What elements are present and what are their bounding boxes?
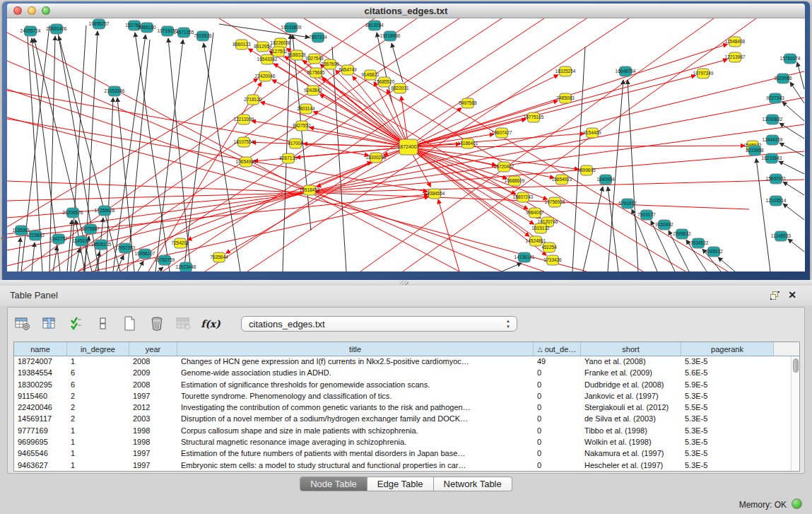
- network-node[interactable]: 917004: [288, 139, 303, 148]
- table-cell[interactable]: Stergiakouli et al. (2012): [581, 402, 681, 414]
- table-cell[interactable]: Estimation of significance thresholds fo…: [177, 380, 534, 391]
- table-row[interactable]: 2242004622012Investigating the contribut…: [14, 402, 791, 414]
- memory-status-indicator[interactable]: [792, 498, 802, 509]
- table-cell[interactable]: 5.3E-5: [681, 437, 774, 448]
- table-cell[interactable]: Dudbridge et al. (2008): [581, 380, 681, 391]
- column-header-pagerank[interactable]: pagerank: [681, 342, 774, 356]
- network-node[interactable]: 1615132: [531, 223, 550, 233]
- column-header-out_de[interactable]: △out_de…: [534, 342, 581, 356]
- table-row[interactable]: 969969511998Structural magnetic resonanc…: [14, 437, 791, 448]
- table-cell[interactable]: 2009: [129, 368, 177, 379]
- table-cell[interactable]: 0: [534, 391, 581, 402]
- column-header-in_degree[interactable]: in_degree: [67, 342, 129, 356]
- table-cell[interactable]: 49: [534, 356, 581, 368]
- table-cell[interactable]: 0: [534, 426, 581, 437]
- table-cell[interactable]: 5.3E-5: [681, 460, 774, 471]
- network-node[interactable]: 16958107: [135, 249, 155, 259]
- network-node[interactable]: 6791917: [618, 199, 637, 209]
- table-cell[interactable]: Embryonic stem cells: a model to study s…: [177, 460, 534, 471]
- tab-node-table[interactable]: Node Table: [300, 477, 367, 491]
- network-node[interactable]: 8186328: [288, 50, 306, 60]
- column-header-title[interactable]: title: [177, 342, 534, 356]
- table-cell[interactable]: 2: [67, 414, 129, 425]
- table-cell[interactable]: 1997: [129, 391, 177, 402]
- table-cell[interactable]: 9465546: [14, 448, 67, 460]
- table-cell[interactable]: Wolkin et al. (1998): [581, 437, 681, 448]
- network-node[interactable]: 16033809: [281, 23, 302, 33]
- table-cell[interactable]: 2008: [129, 380, 177, 391]
- network-node[interactable]: 8660123: [233, 40, 251, 49]
- column-header-name[interactable]: name: [14, 342, 67, 356]
- network-node[interactable]: 1215683: [26, 230, 45, 240]
- function-builder-button[interactable]: f(x): [201, 315, 220, 333]
- network-node[interactable]: 9146821: [361, 70, 379, 80]
- network-node[interactable]: 8215958: [746, 146, 764, 156]
- table-cell[interactable]: 9463627: [14, 460, 67, 471]
- table-cell[interactable]: 0: [534, 414, 581, 425]
- table-cell[interactable]: 9699695: [14, 437, 67, 448]
- close-panel-icon[interactable]: ✕: [788, 289, 796, 300]
- table-cell[interactable]: 2012: [129, 402, 177, 414]
- table-cell[interactable]: Tourette syndrome. Phenomenology and cla…: [177, 391, 534, 402]
- table-cell[interactable]: 9777169: [14, 426, 67, 437]
- network-node[interactable]: 7515526: [194, 31, 212, 41]
- table-cell[interactable]: Hescheler et al. (1997): [581, 460, 681, 471]
- network-node[interactable]: 12213987: [725, 52, 746, 62]
- column-header-short[interactable]: short: [581, 342, 681, 356]
- network-node[interactable]: 17359928: [95, 206, 115, 216]
- table-cell[interactable]: 5.3E-5: [681, 414, 774, 425]
- select-column-button[interactable]: [40, 315, 59, 333]
- network-node[interactable]: 11245533: [771, 231, 792, 241]
- network-node[interactable]: 18724007: [397, 139, 419, 155]
- table-row[interactable]: 946554611997Estimation of the future num…: [14, 448, 791, 460]
- table-cell[interactable]: 1: [67, 356, 129, 368]
- network-node[interactable]: 1640954: [596, 175, 615, 185]
- network-node[interactable]: 14671355: [174, 28, 194, 37]
- network-node[interactable]: 16654923: [552, 175, 572, 185]
- table-cell[interactable]: 0: [534, 437, 581, 448]
- network-node[interactable]: 7919177: [637, 210, 656, 220]
- float-panel-icon[interactable]: [770, 291, 779, 300]
- network-node[interactable]: 15720407: [494, 162, 514, 172]
- tab-network-table[interactable]: Network Table: [434, 477, 512, 491]
- import-table-button-disabled[interactable]: [175, 315, 193, 333]
- panel-splitter[interactable]: [0, 280, 812, 286]
- table-cell[interactable]: Structural magnetic resonance image aver…: [177, 437, 534, 448]
- table-cell[interactable]: 1997: [129, 448, 177, 460]
- splitter-grip-icon[interactable]: [400, 281, 408, 285]
- column-display-button[interactable]: [94, 315, 112, 333]
- table-row[interactable]: 946362711997Embryonic stem cells: a mode…: [14, 460, 791, 471]
- network-node[interactable]: 2718120: [244, 95, 262, 105]
- table-cell[interactable]: 5.9E-5: [681, 380, 774, 391]
- table-row[interactable]: 1830029562008Estimation of significance …: [14, 380, 791, 391]
- table-cell[interactable]: 22420046: [14, 402, 67, 414]
- table-cell[interactable]: 14569117: [14, 414, 67, 425]
- network-node[interactable]: 9899695: [577, 165, 596, 175]
- network-node[interactable]: 452254: [541, 243, 557, 252]
- table-cell[interactable]: 1998: [129, 426, 177, 437]
- network-node[interactable]: 8267130: [279, 153, 298, 163]
- table-row[interactable]: 1456911722003Disruption of a novel membe…: [14, 414, 791, 425]
- network-node[interactable]: 15775165: [524, 112, 544, 122]
- network-node[interactable]: 5497568: [459, 98, 477, 108]
- network-node[interactable]: 10607427: [492, 128, 512, 138]
- table-cell[interactable]: Nakamura et al. (1997): [581, 448, 681, 460]
- network-node[interactable]: 19218986: [380, 31, 401, 41]
- network-node[interactable]: 15692931: [766, 174, 787, 184]
- table-cell[interactable]: 1: [67, 437, 129, 448]
- table-scrollbar[interactable]: [791, 356, 799, 471]
- network-node[interactable]: 8813054: [365, 21, 384, 30]
- network-node[interactable]: 2395812: [673, 229, 691, 239]
- table-cell[interactable]: 6: [67, 368, 129, 379]
- network-node[interactable]: 16210643: [762, 153, 782, 163]
- table-cell[interactable]: Tibbo et al. (1998): [581, 426, 681, 437]
- select-all-rows-button[interactable]: [67, 315, 86, 333]
- network-node[interactable]: 9984067: [526, 208, 544, 218]
- network-node[interactable]: 1733426: [543, 255, 562, 265]
- column-header-year[interactable]: year: [129, 342, 177, 356]
- network-node[interactable]: 9150492: [655, 220, 673, 230]
- table-cell[interactable]: 0: [534, 368, 581, 379]
- network-node[interactable]: 7635644: [210, 252, 228, 262]
- table-cell[interactable]: 19384554: [14, 368, 67, 379]
- table-cell[interactable]: 2: [67, 402, 129, 414]
